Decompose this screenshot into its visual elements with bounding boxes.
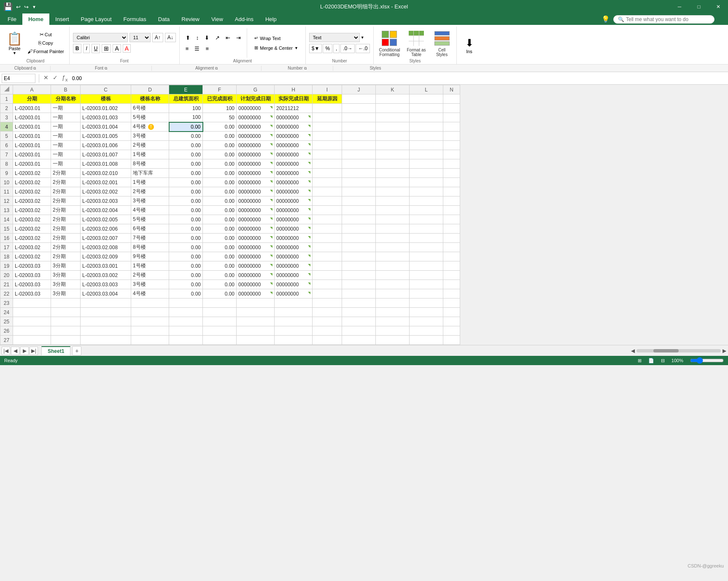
cell-b17[interactable]: 2分期 — [51, 243, 81, 252]
cell-i15[interactable] — [313, 224, 342, 234]
cell-g22[interactable]: 00000000 — [237, 289, 275, 299]
cell-g6[interactable]: 00000000 — [237, 141, 275, 150]
cell-a16[interactable]: L-02003.02 — [13, 234, 51, 243]
close-button[interactable]: ✕ — [709, 0, 728, 13]
cell-a4[interactable]: L-02003.01 — [13, 122, 51, 132]
cell-l3[interactable] — [410, 113, 443, 122]
cell-a6[interactable]: L-02003.01 — [13, 141, 51, 150]
cell-d27[interactable] — [131, 336, 169, 345]
cell-i6[interactable] — [313, 141, 342, 150]
cell-k12[interactable] — [376, 196, 410, 206]
cell-h20[interactable]: 00000000 — [275, 271, 313, 280]
cell-k21[interactable] — [376, 280, 410, 289]
cell-n27[interactable] — [443, 336, 460, 345]
cell-g9[interactable]: 00000000 — [237, 169, 275, 178]
tab-nav-first[interactable]: |◀ — [2, 347, 10, 355]
cell-f1[interactable]: 已完成面积 — [203, 94, 237, 104]
cell-n26[interactable] — [443, 326, 460, 336]
cell-l26[interactable] — [410, 326, 443, 336]
tab-nav-prev[interactable]: ◀ — [11, 347, 19, 355]
cell-h1[interactable]: 实际完成日期 — [275, 94, 313, 104]
cell-f18[interactable]: 0.00 — [203, 252, 237, 261]
cell-d20[interactable]: 2号楼 — [131, 271, 169, 280]
cell-d17[interactable]: 8号楼 — [131, 243, 169, 252]
paste-button[interactable]: 📋 Paste ▼ — [5, 30, 24, 57]
cell-g2[interactable]: 00000000 — [237, 104, 275, 113]
cell-l6[interactable] — [410, 141, 443, 150]
cell-h27[interactable] — [275, 336, 313, 345]
cell-b20[interactable]: 3分期 — [51, 271, 81, 280]
cell-l17[interactable] — [410, 243, 443, 252]
cell-j10[interactable] — [342, 178, 376, 187]
cell-c8[interactable]: L-02003.01.008 — [81, 159, 131, 169]
cell-n18[interactable] — [443, 252, 460, 261]
cell-a21[interactable]: L-02003.03 — [13, 280, 51, 289]
cell-f9[interactable]: 0.00 — [203, 169, 237, 178]
cell-g7[interactable]: 00000000 — [237, 150, 275, 159]
cell-g14[interactable]: 00000000 — [237, 215, 275, 224]
cell-j16[interactable] — [342, 234, 376, 243]
cell-d6[interactable]: 2号楼 — [131, 141, 169, 150]
cell-d21[interactable]: 3号楼 — [131, 280, 169, 289]
cell-h5[interactable]: 00000000 — [275, 132, 313, 141]
cell-a7[interactable]: L-02003.01 — [13, 150, 51, 159]
cell-l27[interactable] — [410, 336, 443, 345]
cell-j9[interactable] — [342, 169, 376, 178]
percent-button[interactable]: % — [323, 44, 332, 53]
cell-j22[interactable] — [342, 289, 376, 299]
cell-g12[interactable]: 00000000 — [237, 196, 275, 206]
row-header-9[interactable]: 9 — [0, 169, 13, 178]
tab-page-layout[interactable]: Page Layout — [75, 13, 118, 25]
row-header-26[interactable]: 26 — [0, 326, 13, 336]
cell-d26[interactable] — [131, 326, 169, 336]
cut-button[interactable]: ✂ Cut — [26, 31, 66, 38]
cell-a27[interactable] — [13, 336, 51, 345]
horizontal-scrollbar[interactable] — [636, 349, 721, 352]
tab-formulas[interactable]: Formulas — [118, 13, 152, 25]
zoom-slider[interactable] — [690, 357, 724, 364]
cell-k8[interactable] — [376, 159, 410, 169]
cancel-formula-icon[interactable]: ✕ — [43, 73, 49, 83]
cell-i16[interactable] — [313, 234, 342, 243]
scroll-left-icon[interactable]: ◀ — [631, 348, 635, 354]
comma-button[interactable]: , — [333, 44, 340, 53]
cell-e3[interactable]: 100 — [169, 113, 203, 122]
cell-c26[interactable] — [81, 326, 131, 336]
cell-h17[interactable]: 00000000 — [275, 243, 313, 252]
conditional-formatting-button[interactable]: ConditionalFormatting — [377, 27, 402, 59]
cell-j25[interactable] — [342, 317, 376, 326]
row-header-18[interactable]: 18 — [0, 252, 13, 261]
corner-header[interactable] — [0, 85, 13, 94]
col-header-f[interactable]: F — [203, 85, 237, 94]
row-header-14[interactable]: 14 — [0, 215, 13, 224]
cell-i7[interactable] — [313, 150, 342, 159]
col-header-l[interactable]: L — [410, 85, 443, 94]
cell-k14[interactable] — [376, 215, 410, 224]
cell-i4[interactable] — [313, 122, 342, 132]
row-header-10[interactable]: 10 — [0, 178, 13, 187]
cell-i18[interactable] — [313, 252, 342, 261]
cell-n3[interactable] — [443, 113, 460, 122]
cell-g23[interactable] — [237, 299, 275, 308]
cell-c16[interactable]: L-02003.02.007 — [81, 234, 131, 243]
cell-k23[interactable] — [376, 299, 410, 308]
confirm-formula-icon[interactable]: ✓ — [52, 73, 59, 83]
merge-center-button[interactable]: ⊞ Merge & Center ▼ — [251, 44, 302, 52]
cell-a18[interactable]: L-02003.02 — [13, 252, 51, 261]
cell-l21[interactable] — [410, 280, 443, 289]
cell-b6[interactable]: 一期 — [51, 141, 81, 150]
tab-addins[interactable]: Add-ins — [229, 13, 259, 25]
number-expand-icon[interactable]: ▼ — [361, 35, 364, 40]
font-size-select[interactable]: 11 — [129, 33, 151, 42]
cell-styles-button[interactable]: CellStyles — [431, 27, 453, 59]
cell-n8[interactable] — [443, 159, 460, 169]
cell-f26[interactable] — [203, 326, 237, 336]
cell-i5[interactable] — [313, 132, 342, 141]
col-header-e[interactable]: E — [169, 85, 203, 94]
cell-d1[interactable]: 楼栋名称 — [131, 94, 169, 104]
cell-g17[interactable]: 00000000 — [237, 243, 275, 252]
cell-b13[interactable]: 2分期 — [51, 206, 81, 215]
cell-a14[interactable]: L-02003.02 — [13, 215, 51, 224]
cell-f17[interactable]: 0.00 — [203, 243, 237, 252]
cell-i24[interactable] — [313, 308, 342, 317]
